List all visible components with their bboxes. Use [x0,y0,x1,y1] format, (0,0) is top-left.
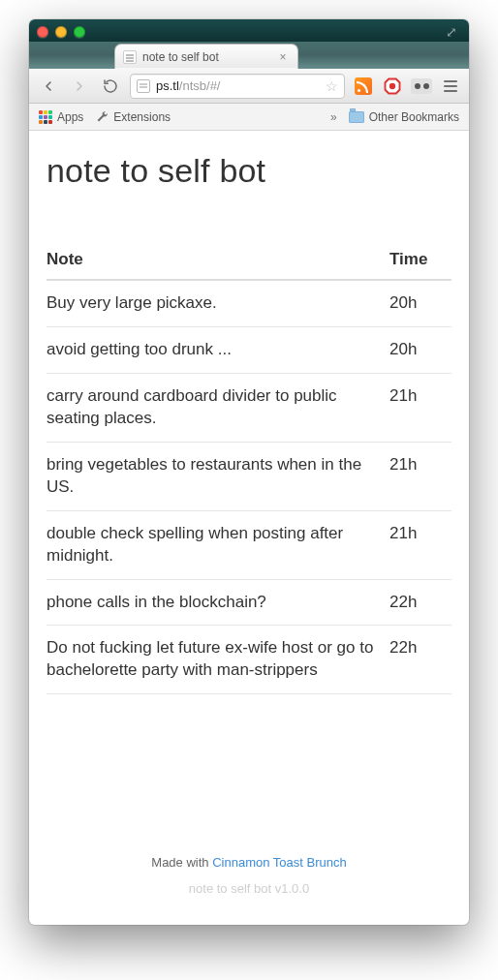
folder-icon [349,111,364,123]
column-header-note: Note [47,250,389,280]
note-text: phone calls in the blockchain? [47,579,389,626]
made-with-line: Made with Cinnamon Toast Brunch [47,855,451,870]
made-with-prefix: Made with [151,855,212,870]
browser-toolbar: ps.tl/ntsb/#/ ☆ [29,69,469,104]
wrench-icon [95,110,109,124]
table-row: phone calls in the blockchain?22h [47,579,451,626]
notes-table: Note Time Buy very large pickaxe.20h avo… [47,250,451,694]
note-text: double check spelling when posting after… [47,510,389,579]
table-row: carry around cardboard divider to public… [47,373,451,442]
table-row: double check spelling when posting after… [47,510,451,579]
other-bookmarks-label: Other Bookmarks [369,110,459,124]
apps-label: Apps [57,110,83,124]
apps-icon [39,110,52,124]
table-row: Buy very large pickaxe.20h [47,280,451,326]
note-text: bring vegetables to restaurants when in … [47,442,389,510]
note-time: 22h [389,579,451,626]
fullscreen-icon[interactable]: ⤢ [442,25,461,39]
address-bar[interactable]: ps.tl/ntsb/#/ ☆ [130,74,345,99]
note-time: 22h [389,626,451,694]
page-title: note to self bot [47,152,451,190]
apps-shortcut[interactable]: Apps [39,110,83,124]
tab-title: note to self bot [142,50,219,64]
table-row: bring vegetables to restaurants when in … [47,442,451,510]
note-time: 20h [389,326,451,373]
site-info-icon[interactable] [137,79,150,93]
note-time: 21h [389,510,451,579]
note-text: avoid getting too drunk ... [47,326,389,373]
url-path: /ntsb/#/ [179,78,221,93]
flickr-extension-icon[interactable] [411,76,432,97]
reload-button[interactable] [99,75,122,98]
url-host: ps.tl [156,78,179,93]
tab-close-button[interactable]: × [276,50,290,64]
extensions-bookmark[interactable]: Extensions [95,110,171,124]
tab-favicon-icon [123,50,137,64]
rss-extension-icon[interactable] [353,76,374,97]
minimize-window-button[interactable] [55,26,67,38]
close-window-button[interactable] [37,26,48,38]
page-footer: Made with Cinnamon Toast Brunch note to … [47,797,451,896]
tab-strip: note to self bot × [29,42,469,69]
chrome-menu-button[interactable] [440,76,461,97]
back-button[interactable] [37,75,60,98]
bookmark-star-icon[interactable]: ☆ [326,78,338,94]
note-time: 21h [389,442,451,510]
svg-point-1 [389,82,395,88]
table-row: Do not fucking let future ex-wife host o… [47,626,451,694]
window-controls [37,26,85,38]
column-header-time: Time [389,250,451,280]
adblock-extension-icon[interactable] [382,76,403,97]
bookmarks-bar: Apps Extensions » Other Bookmarks [29,104,469,131]
note-text: carry around cardboard divider to public… [47,373,389,442]
extensions-label: Extensions [113,110,171,124]
other-bookmarks-folder[interactable]: Other Bookmarks [349,110,459,124]
table-row: avoid getting too drunk ...20h [47,326,451,373]
note-text: Buy very large pickaxe. [47,280,389,326]
note-time: 20h [389,280,451,326]
page-content: note to self bot Note Time Buy very larg… [29,131,469,925]
forward-button[interactable] [68,75,91,98]
zoom-window-button[interactable] [74,26,85,38]
notes-tbody: Buy very large pickaxe.20h avoid getting… [47,280,451,694]
version-line: note to self bot v1.0.0 [47,881,451,896]
tab-active[interactable]: note to self bot × [114,44,298,69]
extension-icons [353,76,461,97]
made-with-link[interactable]: Cinnamon Toast Brunch [212,855,347,870]
note-text: Do not fucking let future ex-wife host o… [47,626,389,694]
browser-window: ⤢ note to self bot × ps.tl/ntsb/#/ ☆ [29,19,469,925]
note-time: 21h [389,373,451,442]
bookmarks-overflow-button[interactable]: » [330,110,337,124]
